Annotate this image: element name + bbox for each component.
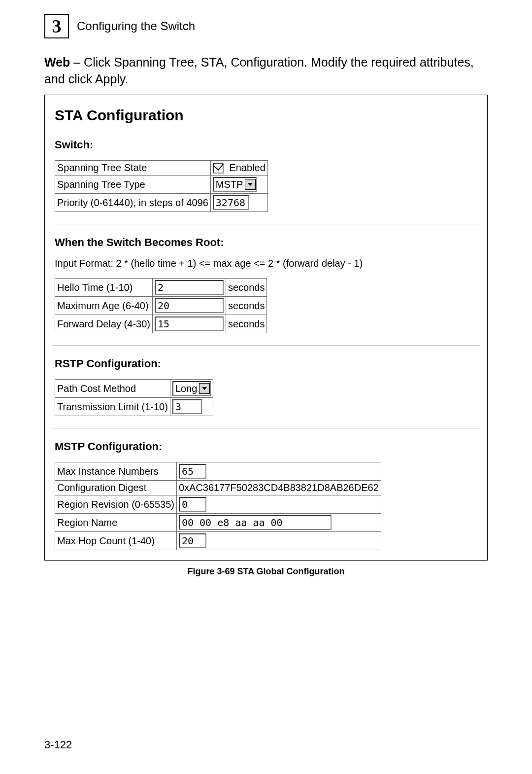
table-row: Max Instance Numbers 65: [55, 462, 381, 481]
sta-config-panel: STA Configuration Switch: Spanning Tree …: [44, 95, 488, 561]
divider: [52, 224, 480, 224]
spanning-tree-type-value: MSTP: [216, 179, 243, 190]
table-row: Max Hop Count (1-40) 20: [55, 532, 381, 550]
mstp-table: Max Instance Numbers 65 Configuration Di…: [55, 462, 381, 550]
spanning-tree-type-label: Spanning Tree Type: [55, 176, 211, 194]
transmission-limit-input[interactable]: 3: [172, 399, 202, 414]
path-cost-method-cell: Long: [170, 380, 213, 398]
max-hop-cell: 20: [176, 532, 381, 550]
max-age-unit: seconds: [226, 297, 267, 315]
root-table: Hello Time (1-10) 2 seconds Maximum Age …: [55, 278, 267, 333]
enabled-checkbox[interactable]: [213, 163, 224, 174]
intro-lead: Web: [44, 55, 70, 69]
hello-time-input[interactable]: 2: [155, 280, 224, 295]
table-row: Region Name 00 00 e8 aa aa 00: [55, 514, 381, 532]
max-hop-label: Max Hop Count (1-40): [55, 532, 177, 550]
table-row: Maximum Age (6-40) 20 seconds: [55, 297, 267, 315]
transmission-limit-label: Transmission Limit (1-10): [55, 398, 170, 416]
spanning-tree-state-label: Spanning Tree State: [55, 160, 211, 176]
hello-time-unit: seconds: [226, 279, 267, 297]
figure-caption: Figure 3-69 STA Global Configuration: [44, 566, 488, 577]
chapter-number: 3: [52, 15, 62, 37]
table-row: Configuration Digest 0xAC36177F50283CD4B…: [55, 481, 381, 495]
table-row: Region Revision (0-65535) 0: [55, 495, 381, 514]
spanning-tree-type-cell: MSTP: [210, 176, 267, 194]
table-row: Transmission Limit (1-10) 3: [55, 398, 213, 416]
table-row: Forward Delay (4-30) 15 seconds: [55, 315, 267, 333]
spanning-tree-type-select[interactable]: MSTP: [213, 177, 257, 192]
max-instance-cell: 65: [176, 462, 381, 481]
table-row: Spanning Tree Type MSTP: [55, 176, 268, 194]
page-header: 3 Configuring the Switch: [44, 14, 488, 38]
max-age-label: Maximum Age (6-40): [55, 297, 153, 315]
forward-delay-label: Forward Delay (4-30): [55, 315, 153, 333]
rstp-section-title: RSTP Configuration:: [55, 357, 480, 370]
root-section-title: When the Switch Becomes Root:: [55, 236, 480, 249]
table-row: Priority (0-61440), in steps of 4096 327…: [55, 194, 268, 212]
mstp-section-title: MSTP Configuration:: [55, 440, 480, 453]
region-revision-cell: 0: [176, 495, 381, 514]
forward-delay-cell: 15: [152, 315, 226, 333]
path-cost-method-label: Path Cost Method: [55, 380, 170, 398]
switch-table: Spanning Tree State Enabled Spanning Tre…: [55, 160, 268, 212]
forward-delay-unit: seconds: [226, 315, 267, 333]
hello-time-label: Hello Time (1-10): [55, 279, 153, 297]
region-revision-label: Region Revision (0-65535): [55, 495, 177, 514]
priority-cell: 32768: [210, 194, 267, 212]
panel-title: STA Configuration: [55, 107, 480, 124]
region-name-label: Region Name: [55, 514, 177, 532]
table-row: Hello Time (1-10) 2 seconds: [55, 279, 267, 297]
max-instance-input[interactable]: 65: [179, 464, 206, 479]
max-hop-input[interactable]: 20: [179, 533, 206, 548]
divider: [52, 345, 480, 346]
chapter-title: Configuring the Switch: [77, 19, 195, 33]
path-cost-method-select[interactable]: Long: [172, 381, 211, 396]
spanning-tree-state-cell: Enabled: [210, 160, 267, 176]
root-input-format-note: Input Format: 2 * (hello time + 1) <= ma…: [55, 258, 480, 269]
chevron-down-icon: [245, 179, 256, 190]
max-instance-label: Max Instance Numbers: [55, 462, 177, 481]
max-age-cell: 20: [152, 297, 226, 315]
config-digest-value: 0xAC36177F50283CD4B83821D8AB26DE62: [176, 481, 381, 495]
rstp-table: Path Cost Method Long Transmission Limit…: [55, 379, 213, 416]
table-row: Path Cost Method Long: [55, 380, 213, 398]
switch-section-title: Switch:: [55, 139, 480, 151]
page-number: 3-122: [44, 739, 72, 751]
svg-marker-1: [202, 387, 207, 390]
forward-delay-input[interactable]: 15: [155, 317, 224, 331]
region-name-input[interactable]: 00 00 e8 aa aa 00: [179, 515, 332, 530]
enabled-checkbox-label: Enabled: [229, 162, 265, 173]
region-revision-input[interactable]: 0: [179, 497, 206, 512]
chapter-number-box: 3: [44, 14, 69, 38]
config-digest-label: Configuration Digest: [55, 481, 177, 495]
hello-time-cell: 2: [152, 279, 226, 297]
max-age-input[interactable]: 20: [155, 298, 224, 313]
svg-marker-0: [248, 183, 253, 186]
priority-input[interactable]: 32768: [213, 195, 249, 210]
divider: [52, 428, 480, 428]
priority-label: Priority (0-61440), in steps of 4096: [55, 194, 211, 212]
chevron-down-icon: [199, 383, 210, 394]
path-cost-method-value: Long: [175, 383, 198, 394]
intro-rest: – Click Spanning Tree, STA, Configuratio…: [44, 55, 474, 86]
region-name-cell: 00 00 e8 aa aa 00: [176, 514, 381, 532]
transmission-limit-cell: 3: [170, 398, 213, 416]
intro-paragraph: Web – Click Spanning Tree, STA, Configur…: [44, 54, 488, 88]
table-row: Spanning Tree State Enabled: [55, 160, 268, 176]
